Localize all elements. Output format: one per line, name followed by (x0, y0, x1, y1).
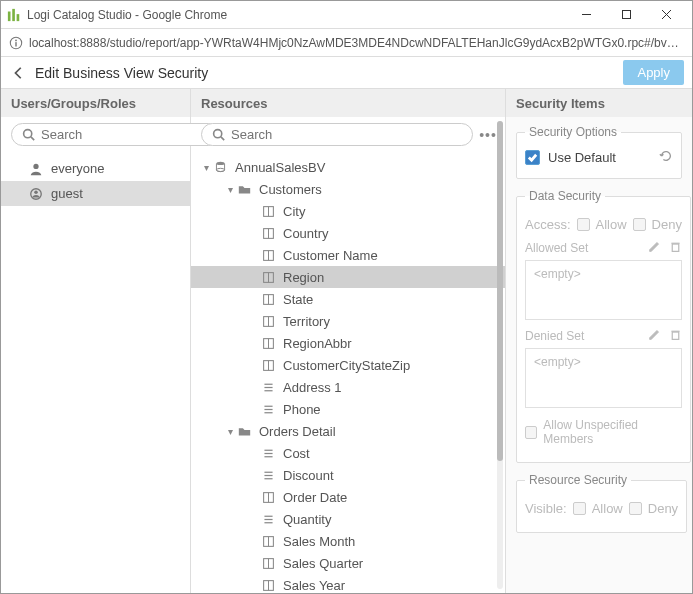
caret-icon[interactable]: ▾ (223, 184, 237, 195)
tree-item-label: Sales Month (283, 534, 355, 549)
column-icon (261, 226, 275, 240)
tree-item-label: AnnualSalesBV (235, 160, 325, 175)
column-icon (261, 358, 275, 372)
security-options-group: Security Options Use Default (516, 125, 682, 179)
folder-icon (237, 424, 251, 438)
tree-item[interactable]: RegionAbbr (191, 332, 505, 354)
tree-item-label: Customer Name (283, 248, 378, 263)
tree-item-label: CustomerCityStateZip (283, 358, 410, 373)
use-default-label: Use Default (548, 150, 651, 165)
users-search-input[interactable] (41, 127, 209, 142)
denied-edit-button (648, 328, 661, 344)
tree-item[interactable]: Order Date (191, 486, 505, 508)
caret-icon[interactable]: ▾ (199, 162, 213, 173)
resources-searchbox[interactable] (201, 123, 473, 146)
users-header: Users/Groups/Roles (1, 89, 190, 117)
tree-item[interactable]: Quantity (191, 508, 505, 530)
data-security-group: Data Security Access: Allow Deny Allowed… (516, 189, 691, 463)
allowed-set-box: <empty> (525, 260, 682, 320)
search-icon (22, 128, 35, 141)
svg-point-10 (24, 130, 32, 138)
tree-item[interactable]: Country (191, 222, 505, 244)
users-searchbox[interactable] (11, 123, 220, 146)
tree-item[interactable]: ▾Orders Detail (191, 420, 505, 442)
column-icon (261, 204, 275, 218)
svg-rect-9 (15, 42, 16, 46)
tree-item-label: Customers (259, 182, 322, 197)
allowed-set-label: Allowed Set (525, 241, 640, 255)
allow-unspecified-checkbox (525, 426, 537, 439)
back-button[interactable] (9, 63, 29, 83)
svg-point-8 (15, 39, 17, 41)
tree-item-label: Sales Year (283, 578, 345, 593)
tree-item[interactable]: Customer Name (191, 244, 505, 266)
tree-item-label: Region (283, 270, 324, 285)
titlebar: Logi Catalog Studio - Google Chrome (1, 1, 692, 29)
app-icon (7, 8, 21, 22)
column-icon (261, 490, 275, 504)
tree-item[interactable]: Sales Month (191, 530, 505, 552)
tree-item-label: Orders Detail (259, 424, 336, 439)
maximize-button[interactable] (606, 1, 646, 28)
refresh-button[interactable] (659, 149, 673, 166)
access-allow-checkbox (577, 218, 590, 231)
column-icon (261, 248, 275, 262)
user-item-label: everyone (51, 161, 104, 176)
tree-item-label: Cost (283, 446, 310, 461)
list-icon (261, 468, 275, 482)
list-icon (261, 512, 275, 526)
url-text[interactable]: localhost:8888/studio/report/app-YWRtaW4… (29, 36, 684, 50)
tree-item[interactable]: Sales Quarter (191, 552, 505, 574)
use-default-checkbox[interactable] (525, 150, 540, 165)
svg-rect-60 (672, 332, 679, 339)
resource-security-legend: Resource Security (525, 473, 631, 487)
tree-item[interactable]: Territory (191, 310, 505, 332)
column-icon (261, 314, 275, 328)
column-icon (261, 292, 275, 306)
close-button[interactable] (646, 1, 686, 28)
tree-item[interactable]: Cost (191, 442, 505, 464)
denied-delete-button (669, 328, 682, 344)
user-item-label: guest (51, 186, 83, 201)
tree-item-label: Phone (283, 402, 321, 417)
visible-allow-checkbox (573, 502, 586, 515)
headerbar: Edit Business View Security Apply (1, 57, 692, 89)
tree-item[interactable]: CustomerCityStateZip (191, 354, 505, 376)
tree-item[interactable]: Discount (191, 464, 505, 486)
svg-point-17 (216, 161, 224, 164)
tree-item[interactable]: ▾Customers (191, 178, 505, 200)
scrollbar-thumb[interactable] (497, 121, 503, 461)
user-item-guest[interactable]: guest (1, 181, 190, 206)
tree-item[interactable]: ▾AnnualSalesBV (191, 156, 505, 178)
svg-point-18 (216, 168, 224, 171)
page-title: Edit Business View Security (35, 65, 623, 81)
resources-more-button[interactable]: ••• (479, 127, 497, 143)
svg-line-11 (31, 137, 34, 140)
minimize-button[interactable] (566, 1, 606, 28)
svg-rect-2 (17, 14, 20, 21)
tree-item-label: RegionAbbr (283, 336, 352, 351)
svg-point-12 (33, 163, 38, 168)
column-icon (261, 556, 275, 570)
svg-point-14 (34, 190, 38, 194)
tree-item[interactable]: Region (191, 266, 505, 288)
resources-header: Resources (191, 89, 505, 117)
apply-button[interactable]: Apply (623, 60, 684, 85)
folder-icon (237, 182, 251, 196)
tree-item[interactable]: Phone (191, 398, 505, 420)
svg-line-16 (221, 137, 224, 140)
search-icon (212, 128, 225, 141)
info-icon (9, 36, 23, 50)
tree-item[interactable]: City (191, 200, 505, 222)
access-deny-checkbox (633, 218, 646, 231)
tree-item[interactable]: Address 1 (191, 376, 505, 398)
tree-item[interactable]: Sales Year (191, 574, 505, 593)
resources-search-input[interactable] (231, 127, 462, 142)
tree-item-label: City (283, 204, 305, 219)
caret-icon[interactable]: ▾ (223, 426, 237, 437)
denied-set-label: Denied Set (525, 329, 640, 343)
allow-unspecified-label: Allow Unspecified Members (543, 418, 682, 446)
visible-label: Visible: (525, 501, 567, 516)
user-item-everyone[interactable]: everyone (1, 156, 190, 181)
tree-item[interactable]: State (191, 288, 505, 310)
